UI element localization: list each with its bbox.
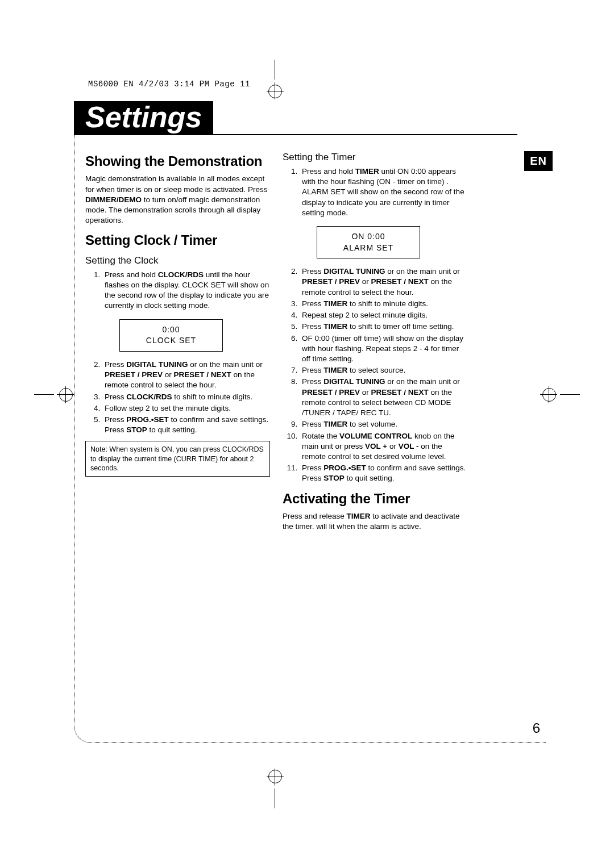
language-tab: EN xyxy=(524,151,553,171)
crop-mark-left xyxy=(34,386,68,403)
page-number: 6 xyxy=(533,720,540,736)
crop-mark-top xyxy=(267,60,284,94)
crop-mark-bottom xyxy=(267,774,284,808)
crop-header: MS6000 EN 4/2/03 3:14 PM Page 11 xyxy=(88,80,250,89)
page-border xyxy=(74,101,546,743)
crop-mark-right xyxy=(546,386,580,403)
page: Settings EN Showing the Demonstration Ma… xyxy=(74,101,540,743)
